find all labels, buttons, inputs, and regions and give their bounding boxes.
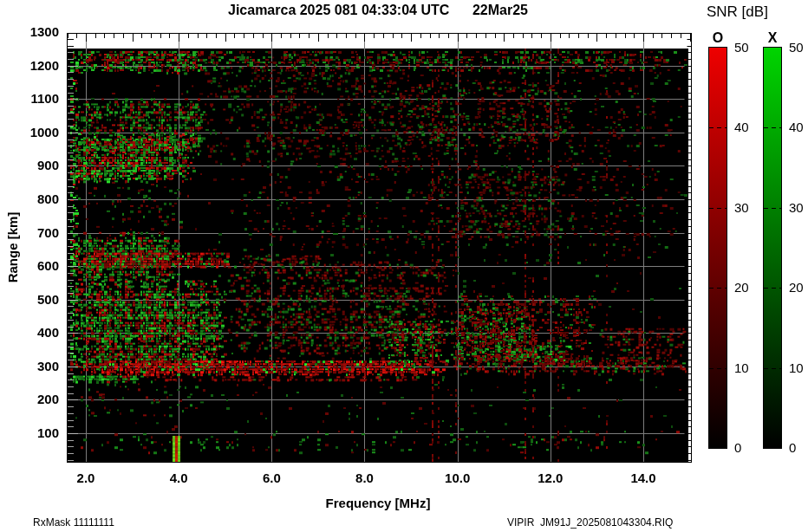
x-tick-label: 6.0 [249, 470, 294, 486]
rxmask-text: RxMask 11111111 [33, 516, 114, 529]
y-tick-label: 600 [14, 258, 59, 274]
colorbar-tick-label: 30 [734, 200, 762, 216]
x-tick-label: 8.0 [342, 470, 387, 486]
x-tick-label: 2.0 [63, 470, 108, 486]
y-tick-label: 400 [14, 325, 59, 341]
colorbar-tick-label: 0 [734, 440, 762, 456]
x-axis-label: Frequency [MHz] [248, 496, 508, 510]
colorbar-tick-label: 30 [789, 200, 808, 216]
x-tick-label: 10.0 [435, 470, 480, 486]
ionogram-figure: Jicamarca 2025 081 04:33:04 UTC 22Mar25 … [0, 0, 808, 532]
colorbar-tick-label: 20 [789, 280, 808, 295]
filename-text: VIPIR JM91J_2025081043304.RIQ [507, 516, 673, 529]
colorbar-title: SNR [dB] [707, 3, 768, 21]
colorbar-tick-label: 10 [789, 360, 808, 376]
y-tick-label: 500 [14, 292, 59, 308]
plot-title: Jicamarca 2025 081 04:33:04 UTC 22Mar25 [118, 3, 638, 18]
x-tick-label: 14.0 [621, 470, 666, 486]
colorbar-o-mode-label: O [709, 30, 727, 46]
colorbar-tick-label: 50 [734, 40, 762, 55]
y-tick-label: 200 [14, 392, 59, 407]
y-axis-label: Range [km] [5, 161, 20, 334]
y-tick-label: 900 [14, 158, 59, 173]
y-tick-label: 1100 [14, 91, 59, 107]
colorbar-tick-label: 40 [734, 120, 762, 135]
y-tick-label: 1000 [14, 125, 59, 140]
colorbar-x-mode-label: X [764, 30, 781, 46]
ionogram-plot-canvas [0, 0, 808, 532]
x-tick-label: 4.0 [156, 470, 201, 486]
colorbar-tick-label: 50 [789, 40, 808, 55]
colorbar-tick-label: 20 [734, 280, 762, 295]
y-tick-label: 100 [14, 425, 59, 441]
colorbar-tick-label: 10 [734, 360, 762, 376]
colorbar-tick-label: 40 [789, 120, 808, 135]
colorbar-tick-label: 0 [789, 440, 808, 456]
y-tick-label: 700 [14, 225, 59, 241]
y-tick-label: 1300 [14, 24, 59, 40]
y-tick-label: 1200 [14, 58, 59, 74]
x-tick-label: 12.0 [528, 470, 573, 486]
y-tick-label: 800 [14, 191, 59, 207]
y-tick-label: 300 [14, 359, 59, 374]
